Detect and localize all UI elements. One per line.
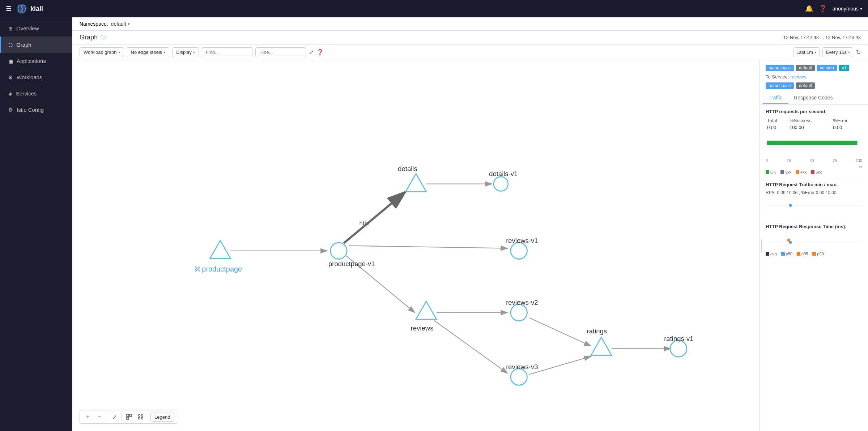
legend-avg: avg bbox=[766, 252, 777, 256]
fit-graph-button[interactable]: ⤢ bbox=[109, 412, 119, 422]
graph-area: http bbox=[72, 60, 868, 431]
svg-text:ratings-v1: ratings-v1 bbox=[664, 335, 693, 342]
node-reviews[interactable]: reviews bbox=[411, 301, 437, 332]
fullscreen-icon[interactable]: ⤢ bbox=[309, 49, 314, 56]
user-name: anonymous bbox=[833, 6, 859, 12]
istio-config-icon: ⚙ bbox=[8, 107, 13, 113]
every-15s-label: Every 15s bbox=[826, 50, 847, 55]
namespace-dropdown-arrow: ▾ bbox=[128, 22, 130, 26]
page-content: Namespace: default ▾ Graph ⓘ 12 Nov, 17:… bbox=[72, 17, 868, 431]
hide-panel-button[interactable]: Hide bbox=[760, 239, 762, 252]
help-icon[interactable]: ❓ bbox=[819, 5, 827, 13]
svg-text:ℵ productpage: ℵ productpage bbox=[195, 265, 242, 273]
legend-5xx-dot bbox=[811, 170, 814, 174]
overview-icon: ⊞ bbox=[8, 26, 13, 31]
graph-title-row: Graph ⓘ 12 Nov, 17:42:43 ... 12 Nov, 17:… bbox=[80, 34, 861, 44]
sidebar-item-overview[interactable]: ⊞ Overview bbox=[0, 20, 72, 37]
hamburger-menu[interactable]: ☰ bbox=[6, 5, 12, 13]
panel-service: To Service: reviews bbox=[760, 74, 868, 82]
kiali-logo-icon bbox=[16, 3, 27, 14]
find-input[interactable] bbox=[202, 47, 252, 57]
notifications-icon[interactable]: 🔔 bbox=[805, 5, 813, 13]
service-tags: namespace default bbox=[760, 82, 868, 92]
controls-divider-3 bbox=[148, 413, 148, 421]
svg-point-34 bbox=[670, 340, 687, 357]
svg-point-39 bbox=[139, 415, 140, 417]
graph-toolbar: Workload graph ▾ No edge labels ▾ Displa… bbox=[72, 44, 868, 60]
brand-name: kiali bbox=[30, 5, 43, 13]
sidebar-item-label: Istio Config bbox=[17, 107, 44, 113]
layout1-button[interactable] bbox=[124, 412, 134, 422]
tag-namespace: namespace bbox=[766, 65, 794, 71]
svg-text:details-v1: details-v1 bbox=[489, 170, 518, 178]
hide-input[interactable] bbox=[255, 47, 306, 57]
svg-marker-20 bbox=[406, 174, 426, 192]
node-reviews-v3[interactable]: reviews-v3 bbox=[506, 363, 538, 385]
user-menu[interactable]: anonymous ▾ bbox=[833, 6, 862, 12]
edge-labels-button[interactable]: No edge labels ▾ bbox=[127, 47, 170, 57]
tab-response-codes[interactable]: Response Codes bbox=[788, 92, 838, 104]
node-ratings-v1[interactable]: ratings-v1 bbox=[664, 335, 693, 357]
legend-3xx: 3xx bbox=[780, 170, 791, 174]
tab-traffic[interactable]: Traffic bbox=[763, 92, 788, 104]
sidebar-item-label: Graph bbox=[16, 42, 31, 48]
svg-rect-38 bbox=[127, 417, 129, 419]
sidebar-item-services[interactable]: ◈ Services bbox=[0, 85, 72, 102]
node-details[interactable]: details bbox=[398, 165, 426, 192]
display-button[interactable]: Display ▾ bbox=[172, 47, 199, 57]
cell-success: 100.00 bbox=[788, 124, 831, 131]
graph-title: Graph ⓘ bbox=[80, 34, 106, 41]
service-link[interactable]: reviews bbox=[790, 74, 806, 80]
every-15s-select[interactable]: Every 15s ▾ bbox=[822, 47, 853, 57]
node-productpage[interactable]: ℵ productpage bbox=[195, 240, 242, 273]
namespace-bar: Namespace: default ▾ bbox=[72, 17, 868, 31]
svg-text:reviews-v3: reviews-v3 bbox=[506, 363, 538, 371]
axis-75: 75 bbox=[833, 158, 837, 163]
sidebar-item-workloads[interactable]: ⚙ Workloads bbox=[0, 69, 72, 85]
namespace-selector[interactable]: default ▾ bbox=[111, 21, 130, 27]
svg-marker-32 bbox=[591, 337, 612, 355]
namespace-value: default bbox=[111, 21, 126, 27]
svg-line-12 bbox=[434, 320, 508, 374]
node-details-v1[interactable]: details-v1 bbox=[489, 170, 518, 191]
chart-legend: OK 3xx 4xx 5xx bbox=[766, 170, 862, 174]
controls-divider-2 bbox=[122, 413, 122, 421]
last-1m-select[interactable]: Last 1m ▾ bbox=[793, 47, 820, 57]
legend-4xx-label: 4xx bbox=[800, 170, 807, 174]
legend-3xx-dot bbox=[780, 170, 784, 174]
layout2-icon bbox=[138, 414, 144, 420]
workload-graph-button[interactable]: Workload graph ▾ bbox=[80, 47, 124, 57]
refresh-icon[interactable]: ↻ bbox=[856, 49, 861, 56]
svg-line-9 bbox=[349, 246, 507, 248]
zoom-out-button[interactable]: − bbox=[94, 412, 105, 422]
table-row: 0.00 100.00 0.00 bbox=[766, 124, 862, 131]
top-actions: 🔔 ❓ anonymous ▾ bbox=[805, 5, 862, 13]
svg-line-6 bbox=[344, 192, 406, 243]
sidebar-item-istio-config[interactable]: ⚙ Istio Config bbox=[0, 102, 72, 118]
legend-4xx-dot bbox=[796, 170, 799, 174]
time-range-display: 12 Nov, 17:42:43 ... 12 Nov, 17:43:43 bbox=[783, 35, 861, 40]
svg-point-24 bbox=[511, 243, 527, 259]
sidebar-item-applications[interactable]: ▣ Applications bbox=[0, 53, 72, 69]
controls-divider bbox=[107, 413, 107, 421]
svg-text:ratings: ratings bbox=[587, 327, 607, 335]
layout2-button[interactable] bbox=[136, 412, 146, 422]
svg-text:reviews-v1: reviews-v1 bbox=[506, 237, 538, 244]
node-reviews-v1[interactable]: reviews-v1 bbox=[506, 237, 538, 259]
node-ratings[interactable]: ratings bbox=[587, 327, 612, 355]
sidebar-item-graph[interactable]: ⬡ Graph bbox=[0, 37, 72, 53]
panel-divider-1 bbox=[766, 178, 862, 178]
tag-default: default bbox=[796, 65, 815, 71]
svg-point-22 bbox=[494, 177, 508, 191]
graph-header: Graph ⓘ 12 Nov, 17:42:43 ... 12 Nov, 17:… bbox=[72, 31, 868, 44]
graph-canvas[interactable]: http bbox=[72, 60, 760, 431]
legend-button[interactable]: Legend bbox=[150, 413, 174, 422]
graph-help-icon[interactable]: ⓘ bbox=[101, 34, 106, 41]
response-time-chart bbox=[766, 232, 862, 250]
node-reviews-v2[interactable]: reviews-v2 bbox=[506, 299, 538, 321]
svg-point-42 bbox=[141, 418, 143, 419]
minmax-chart-svg bbox=[766, 198, 862, 213]
zoom-in-button[interactable]: + bbox=[83, 412, 93, 422]
right-panel: Hide namespace default version v1 To Ser… bbox=[760, 60, 868, 431]
toolbar-help-icon[interactable]: ❓ bbox=[316, 49, 324, 56]
